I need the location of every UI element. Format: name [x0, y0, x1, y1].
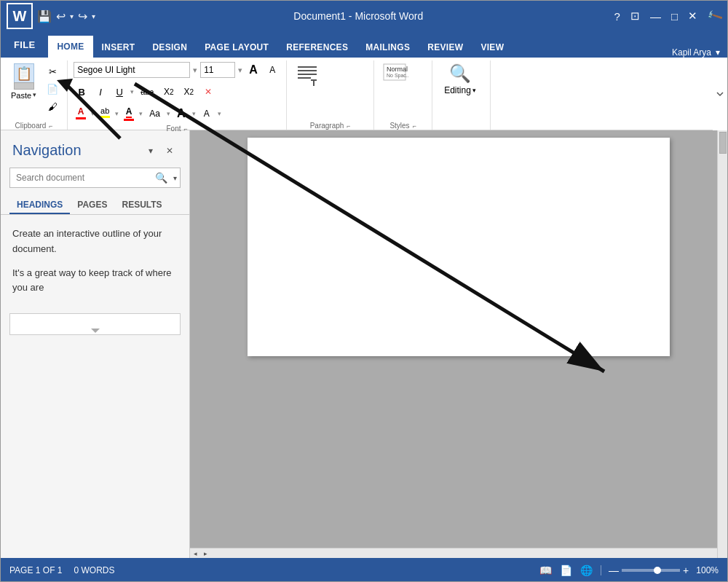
nav-scroll-area[interactable] — [9, 313, 181, 335]
editing-icon[interactable]: 🔍 — [449, 63, 471, 84]
subscript-button[interactable]: X2 — [160, 84, 178, 100]
nav-tab-headings[interactable]: HEADINGS — [9, 197, 70, 214]
document-page[interactable] — [248, 138, 670, 356]
read-mode-icon[interactable]: 📖 — [538, 563, 553, 578]
zoom-in-button[interactable]: + — [683, 565, 689, 576]
font-grow2-button[interactable]: A — [173, 106, 189, 122]
document-area: ◂ ▸ — [190, 130, 727, 558]
superscript-button[interactable]: X2 — [180, 84, 197, 100]
zoom-slider[interactable] — [622, 569, 680, 572]
status-right: 📖 📄 🌐 — + 100% — [538, 563, 719, 578]
window-title: Document1 - Microsoft Word — [103, 10, 614, 22]
clipboard-expand-icon[interactable]: ⌐ — [49, 122, 52, 130]
clipboard-buttons: 📋 Paste ▾ ✂ 📄 🖌 — [7, 60, 61, 120]
bold-button[interactable]: B — [74, 84, 90, 100]
underline-button[interactable]: U — [111, 84, 127, 100]
tab-insert[interactable]: INSERT — [93, 37, 144, 58]
nav-header: Navigation ▾ ✕ — [1, 130, 189, 165]
minimize-button[interactable]: — — [650, 10, 661, 23]
nav-body-text2: It's a great way to keep track of where … — [12, 266, 178, 296]
paragraph-icon[interactable] — [293, 60, 322, 90]
tab-file[interactable]: FILE — [1, 31, 48, 58]
strikethrough-button[interactable]: abc — [137, 84, 157, 100]
undo-dropdown[interactable]: ▾ — [70, 12, 74, 20]
search-box[interactable]: 🔍 ▾ — [9, 168, 181, 188]
scrollbar-thumb[interactable] — [719, 132, 727, 154]
status-bar: PAGE 1 OF 1 0 WORDS 📖 📄 🌐 — + 100% — [1, 558, 727, 582]
copy-button[interactable]: 📄 — [44, 81, 61, 97]
shading-button[interactable]: A — [122, 106, 136, 122]
hscroll-left-button[interactable]: ◂ — [190, 548, 200, 559]
nav-tab-results[interactable]: RESULTS — [114, 197, 169, 214]
paste-icon-base — [14, 82, 34, 90]
font-group: ▾ ▾ A A B I U ▾ abc X2 X2 ✕ A — [68, 60, 287, 130]
editing-group: 🔍 Editing ▾ — [432, 60, 491, 130]
cut-button[interactable]: ✂ — [44, 63, 61, 79]
nav-body-text1: Create an interactive outline of your do… — [12, 227, 178, 257]
font-color-button[interactable]: A — [74, 106, 88, 122]
zoom-slider-thumb[interactable] — [654, 567, 661, 574]
nav-close-button[interactable]: ✕ — [162, 143, 178, 159]
customize-quick-access[interactable]: ▾ — [92, 12, 95, 20]
quick-access-toolbar: 💾 ↩ ▾ ↪ ▾ — [37, 9, 95, 23]
maximize-button[interactable]: □ — [671, 10, 678, 23]
nav-tab-pages[interactable]: PAGES — [70, 197, 114, 214]
search-dropdown-icon[interactable]: ▾ — [170, 174, 180, 182]
paste-dropdown-icon[interactable]: ▾ — [33, 91, 36, 98]
styles-icon[interactable]: Normal No Spac... — [380, 60, 409, 90]
clear-format-button[interactable]: ✕ — [200, 84, 216, 100]
close-button[interactable]: ✕ — [688, 9, 697, 23]
paragraph-expand-icon[interactable]: ⌐ — [347, 122, 350, 130]
vertical-scrollbar[interactable] — [717, 130, 727, 558]
word-count: 0 WORDS — [74, 565, 114, 575]
user-account[interactable]: Kapil Arya ▾ — [665, 47, 727, 58]
styles-buttons: Normal No Spac... — [380, 60, 409, 120]
ribbon-collapse-button[interactable] — [713, 58, 727, 130]
hammer-icon: 🔨 — [708, 9, 721, 23]
styles-expand-icon[interactable]: ⌐ — [413, 122, 416, 130]
highlight-color-button[interactable]: ab — [98, 106, 112, 122]
paragraph-label: Paragraph ⌐ — [293, 120, 368, 130]
font-name-input[interactable] — [74, 62, 190, 78]
paste-icon: 📋 — [14, 63, 34, 84]
shrink-font-button[interactable]: A — [264, 62, 280, 78]
editing-dropdown-icon[interactable]: ▾ — [472, 87, 476, 94]
web-layout-icon[interactable]: 🌐 — [579, 563, 593, 578]
zoom-level: 100% — [696, 565, 719, 575]
ribbon-tabs: FILE HOME INSERT DESIGN PAGE LAYOUT REFE… — [1, 31, 727, 58]
restore-button[interactable]: ⊡ — [630, 9, 640, 23]
redo-button[interactable]: ↪ — [78, 9, 87, 23]
help-button[interactable]: ? — [614, 10, 620, 23]
undo-button[interactable]: ↩ — [56, 9, 66, 23]
nav-dropdown-button[interactable]: ▾ — [143, 143, 159, 159]
ribbon-content: 📋 Paste ▾ ✂ 📄 🖌 Clipboard ⌐ ▾ — [1, 58, 727, 130]
horizontal-scrollbar[interactable]: ◂ ▸ — [190, 548, 717, 558]
tab-review[interactable]: REVIEW — [419, 37, 472, 58]
tab-mailings[interactable]: MAILINGS — [357, 37, 419, 58]
font-shrink2-button[interactable]: A — [199, 106, 215, 122]
font-size-input[interactable] — [200, 62, 235, 78]
editing-buttons: 🔍 Editing ▾ — [438, 60, 482, 130]
hscroll-right-button[interactable]: ▸ — [200, 548, 210, 559]
save-button[interactable]: 💾 — [37, 9, 52, 23]
zoom-out-button[interactable]: — — [609, 565, 619, 576]
case-button[interactable]: Aa — [146, 106, 164, 122]
main-area: Navigation ▾ ✕ 🔍 ▾ HEADINGS PAGES RESULT… — [1, 130, 727, 558]
tab-home[interactable]: HOME — [48, 36, 92, 58]
format-painter-button[interactable]: 🖌 — [44, 98, 61, 114]
tab-references[interactable]: REFERENCES — [277, 37, 357, 58]
nav-body: Create an interactive outline of your do… — [1, 215, 189, 307]
paste-label: Paste — [11, 91, 31, 100]
print-layout-icon[interactable]: 📄 — [558, 563, 573, 578]
nav-controls: ▾ ✕ — [143, 143, 178, 159]
font-expand-icon[interactable]: ⌐ — [184, 125, 188, 133]
styles-label: Styles ⌐ — [380, 120, 426, 130]
tab-page-layout[interactable]: PAGE LAYOUT — [196, 37, 277, 58]
italic-button[interactable]: I — [92, 84, 108, 100]
grow-font-button[interactable]: A — [245, 62, 261, 78]
paste-button[interactable]: 📋 Paste ▾ — [7, 60, 41, 103]
tab-view[interactable]: VIEW — [472, 37, 513, 58]
search-input[interactable] — [10, 168, 152, 187]
tab-design[interactable]: DESIGN — [143, 37, 196, 58]
nav-title: Navigation — [12, 142, 82, 159]
